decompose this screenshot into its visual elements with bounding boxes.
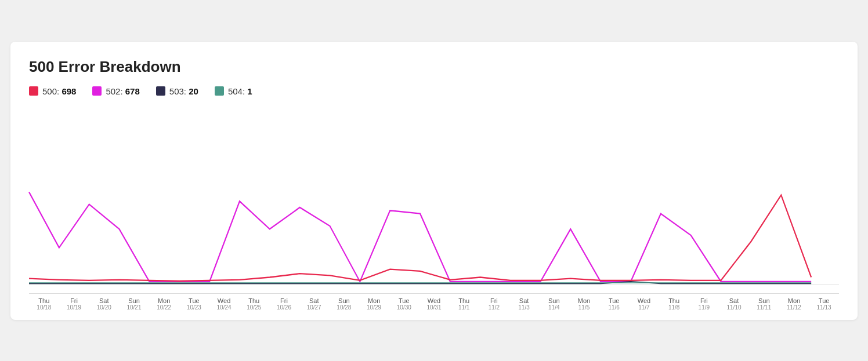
tick-group: Fri10/19 [59, 297, 89, 311]
legend-item-504: 504: 1 [215, 86, 252, 96]
tick-date-label: 11/13 [817, 304, 831, 311]
tick-date-label: 11/7 [638, 304, 649, 311]
tick-date-label: 10/21 [126, 304, 141, 311]
tick-date-label: 10/20 [97, 304, 111, 311]
tick-group: Fri11/9 [689, 297, 719, 311]
tick-day-label: Fri [700, 297, 708, 304]
tick-day-label: Tue [399, 297, 410, 304]
tick-group: Sun11/4 [539, 297, 569, 311]
tick-date-label: 10/19 [67, 304, 81, 311]
tick-date-label: 10/22 [157, 304, 171, 311]
tick-day-label: Mon [578, 297, 590, 304]
tick-group: Sun10/21 [119, 297, 149, 311]
tick-group: Thu10/25 [239, 297, 269, 311]
tick-day-label: Sat [99, 297, 109, 304]
tick-group: Sun11/11 [749, 297, 779, 311]
chart-area [29, 105, 839, 291]
tick-group: Wed10/24 [209, 297, 239, 311]
legend-label-503: 503: 20 [169, 86, 198, 96]
tick-date-label: 11/9 [699, 304, 710, 311]
tick-date-label: 10/26 [277, 304, 291, 311]
tick-group: Sat11/3 [509, 297, 539, 311]
tick-day-label: Mon [788, 297, 800, 304]
tick-date-label: 10/28 [337, 304, 351, 311]
tick-day-label: Sat [519, 297, 529, 304]
tick-group: Tue10/30 [389, 297, 419, 311]
tick-date-label: 10/24 [217, 304, 232, 311]
legend: 500: 698 502: 678 503: 20 504: 1 [29, 86, 839, 96]
tick-day-label: Fri [280, 297, 288, 304]
tick-group: Sat11/10 [719, 297, 749, 311]
tick-day-label: Tue [189, 297, 200, 304]
tick-day-label: Sun [548, 297, 560, 304]
tick-date-label: 10/25 [247, 304, 261, 311]
tick-group: Sat10/27 [299, 297, 329, 311]
tick-group: Wed10/31 [419, 297, 449, 311]
tick-group: Fri11/2 [479, 297, 509, 311]
chart-container: 500 Error Breakdown 500: 698 502: 678 50… [10, 42, 858, 320]
tick-day-label: Wed [638, 297, 650, 304]
tick-date-label: 10/27 [307, 304, 321, 311]
tick-group: Thu11/8 [659, 297, 689, 311]
tick-day-label: Mon [158, 297, 170, 304]
legend-label-504: 504: 1 [228, 86, 252, 96]
tick-group: Thu10/18 [29, 297, 59, 311]
tick-day-label: Thu [38, 297, 49, 304]
tick-group: Mon11/12 [779, 297, 809, 311]
chart-title: 500 Error Breakdown [29, 58, 839, 76]
tick-day-label: Fri [490, 297, 498, 304]
tick-group: Tue11/13 [809, 297, 839, 311]
tick-date-label: 10/29 [367, 304, 381, 311]
tick-date-label: 11/11 [757, 304, 771, 311]
legend-swatch-500 [29, 86, 38, 96]
tick-date-label: 11/8 [668, 304, 679, 311]
tick-date-label: 11/6 [608, 304, 619, 311]
tick-day-label: Sun [128, 297, 140, 304]
tick-day-label: Tue [609, 297, 620, 304]
tick-date-label: 10/18 [37, 304, 51, 311]
x-axis: Thu10/18Fri10/19Sat10/20Sun10/21Mon10/22… [29, 293, 839, 311]
legend-item-502: 502: 678 [92, 86, 139, 96]
legend-swatch-504 [215, 86, 224, 96]
tick-date-label: 11/5 [578, 304, 589, 311]
tick-date-label: 11/4 [548, 304, 559, 311]
tick-day-label: Tue [819, 297, 830, 304]
legend-label-500: 500: 698 [42, 86, 76, 96]
tick-date-label: 11/2 [489, 304, 500, 311]
tick-day-label: Thu [458, 297, 469, 304]
tick-day-label: Sun [338, 297, 350, 304]
tick-date-label: 11/3 [518, 304, 529, 311]
tick-group: Mon10/22 [149, 297, 179, 311]
line-500 [29, 195, 811, 280]
legend-swatch-503 [156, 86, 165, 96]
tick-day-label: Wed [428, 297, 440, 304]
tick-date-label: 11/12 [787, 304, 801, 311]
tick-date-label: 10/31 [426, 304, 441, 311]
tick-group: Sun10/28 [329, 297, 359, 311]
tick-day-label: Thu [248, 297, 259, 304]
tick-date-label: 10/30 [397, 304, 411, 311]
line-502 [29, 192, 811, 282]
legend-label-502: 502: 678 [106, 86, 139, 96]
tick-day-label: Thu [668, 297, 679, 304]
tick-day-label: Sat [309, 297, 319, 304]
tick-day-label: Sat [729, 297, 739, 304]
tick-day-label: Sun [758, 297, 770, 304]
tick-day-label: Fri [70, 297, 78, 304]
legend-swatch-502 [92, 86, 102, 96]
tick-group: Thu11/1 [449, 297, 479, 311]
tick-date-label: 10/23 [187, 304, 201, 311]
tick-day-label: Mon [368, 297, 380, 304]
tick-date-label: 11/1 [458, 304, 469, 311]
tick-group: Fri10/26 [269, 297, 299, 311]
chart-svg [29, 105, 839, 291]
tick-group: Mon10/29 [359, 297, 389, 311]
tick-group: Tue11/6 [599, 297, 629, 311]
tick-day-label: Wed [218, 297, 230, 304]
tick-group: Sat10/20 [89, 297, 119, 311]
tick-group: Mon11/5 [569, 297, 599, 311]
tick-group: Wed11/7 [629, 297, 659, 311]
legend-item-503: 503: 20 [156, 86, 198, 96]
tick-group: Tue10/23 [179, 297, 209, 311]
legend-item-500: 500: 698 [29, 86, 76, 96]
